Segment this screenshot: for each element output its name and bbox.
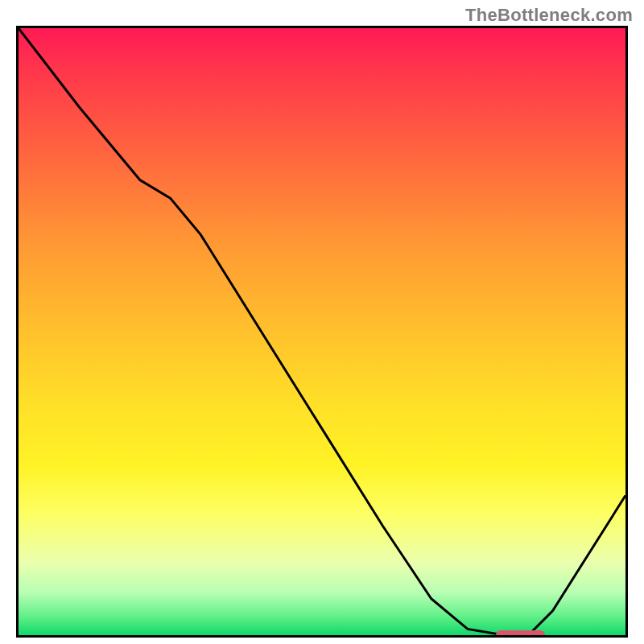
optimal-range-marker — [496, 630, 545, 638]
plot-area — [16, 26, 628, 638]
bottleneck-curve — [19, 28, 625, 635]
chart-root: TheBottleneck.com — [0, 0, 644, 644]
curve-layer — [19, 28, 625, 635]
attribution-text: TheBottleneck.com — [465, 5, 633, 26]
